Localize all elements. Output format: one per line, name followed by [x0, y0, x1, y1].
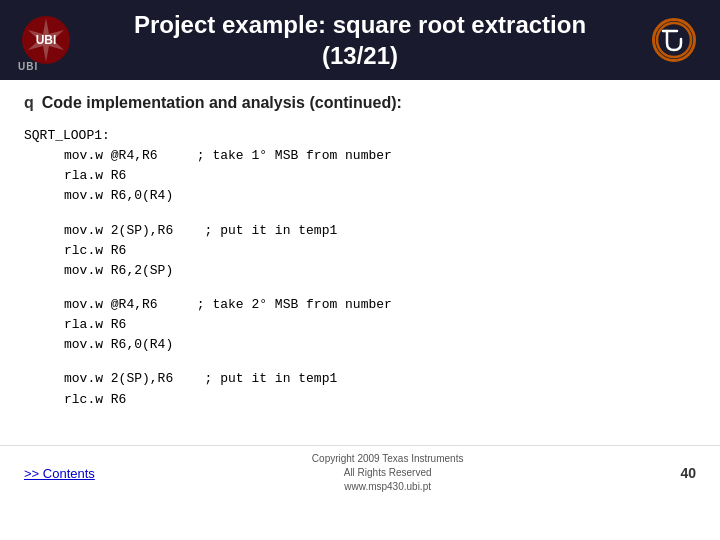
main-content: q Code implementation and analysis (cont…	[0, 80, 720, 500]
code-line: SQRT_LOOP1:	[24, 126, 696, 146]
code-text: rla.w R6	[64, 166, 126, 186]
copyright-line2: All Rights Reserved	[312, 466, 464, 480]
page-number: 40	[680, 465, 696, 481]
code-text: mov.w 2(SP),R6	[64, 221, 173, 241]
header-title-area: Project example: square root extraction …	[76, 9, 644, 71]
copyright-line3: www.msp430.ubi.pt	[312, 480, 464, 494]
code-text: rla.w R6	[64, 315, 126, 335]
code-text: mov.w @R4,R6	[64, 146, 158, 166]
section-title: Code implementation and analysis (contin…	[42, 94, 402, 112]
heading-bullet: q	[24, 94, 34, 112]
copyright-notice: Copyright 2009 Texas Instruments All Rig…	[312, 452, 464, 494]
code-line: mov.w @R4,R6 ; take 2° MSB from number	[24, 295, 696, 315]
code-area: SQRT_LOOP1: mov.w @R4,R6 ; take 1° MSB f…	[24, 126, 696, 410]
code-line: mov.w 2(SP),R6 ; put it in temp1	[24, 221, 696, 241]
code-text: rlc.w R6	[64, 241, 126, 261]
copyright-line1: Copyright 2009 Texas Instruments	[312, 452, 464, 466]
code-line: rlc.w R6	[24, 390, 696, 410]
page-title: Project example: square root extraction …	[76, 9, 644, 71]
code-comment: ; put it in temp1	[181, 221, 337, 241]
code-text: mov.w R6,0(R4)	[64, 335, 173, 355]
code-text: SQRT_LOOP1:	[24, 126, 110, 146]
code-line: rla.w R6	[24, 315, 696, 335]
code-line: mov.w R6,2(SP)	[24, 261, 696, 281]
code-text: mov.w R6,2(SP)	[64, 261, 173, 281]
code-comment: ; put it in temp1	[181, 369, 337, 389]
ubi-emblem-icon: UBI	[20, 14, 72, 66]
code-comment: ; take 2° MSB from number	[166, 295, 392, 315]
section-heading: q Code implementation and analysis (cont…	[24, 94, 696, 112]
contents-link[interactable]: >> Contents	[24, 466, 95, 481]
code-line: mov.w 2(SP),R6 ; put it in temp1	[24, 369, 696, 389]
svg-point-3	[657, 23, 691, 57]
code-text: mov.w @R4,R6	[64, 295, 158, 315]
ubi-logo-area: UBI UBI	[16, 10, 76, 70]
code-line: mov.w R6,0(R4)	[24, 335, 696, 355]
code-line: rlc.w R6	[24, 241, 696, 261]
code-block-2: mov.w 2(SP),R6 ; put it in temp1 rlc.w R…	[24, 221, 696, 281]
code-line: mov.w @R4,R6 ; take 1° MSB from number	[24, 146, 696, 166]
code-block-3: mov.w @R4,R6 ; take 2° MSB from number r…	[24, 295, 696, 355]
code-text: rlc.w R6	[64, 390, 126, 410]
title-line1: Project example: square root extraction	[134, 11, 586, 38]
ti-brand-icon	[652, 18, 696, 62]
header: UBI UBI Project example: square root ext…	[0, 0, 720, 80]
code-line: mov.w R6,0(R4)	[24, 186, 696, 206]
ti-logo-area	[644, 10, 704, 70]
code-block-4: mov.w 2(SP),R6 ; put it in temp1 rlc.w R…	[24, 369, 696, 409]
code-line: rla.w R6	[24, 166, 696, 186]
code-text: mov.w R6,0(R4)	[64, 186, 173, 206]
ubi-text-label: UBI	[18, 61, 38, 72]
code-comment: ; take 1° MSB from number	[166, 146, 392, 166]
code-block-1: SQRT_LOOP1: mov.w @R4,R6 ; take 1° MSB f…	[24, 126, 696, 207]
footer: >> Contents Copyright 2009 Texas Instrum…	[0, 445, 720, 500]
title-line2: (13/21)	[322, 42, 398, 69]
code-text: mov.w 2(SP),R6	[64, 369, 173, 389]
